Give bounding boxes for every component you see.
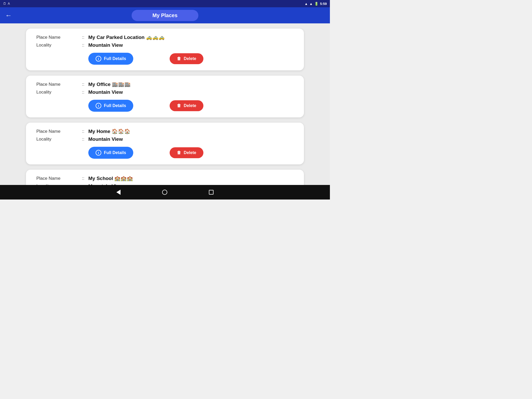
place-name-value: My School 🏫🏫🏫 bbox=[88, 175, 133, 181]
place-name-value: My Car Parked Location 🚕🚕🚕 bbox=[88, 34, 165, 40]
back-button[interactable]: ← bbox=[5, 12, 12, 19]
full-details-button-2[interactable]: i Full Details bbox=[88, 100, 133, 112]
back-nav-icon bbox=[116, 190, 121, 195]
card-actions-2: i Full Details 🗑 Delete bbox=[36, 100, 294, 112]
full-details-button-1[interactable]: i Full Details bbox=[88, 53, 133, 65]
place-name-row: Place Name :: My Home 🏠🏠🏠 bbox=[36, 128, 294, 134]
bottom-nav-bar bbox=[0, 185, 330, 200]
page-title: My Places bbox=[132, 10, 198, 21]
status-bar-left: 🗒 A bbox=[3, 2, 10, 5]
title-container: My Places bbox=[132, 10, 198, 21]
place-name-label: Place Name bbox=[36, 35, 78, 40]
locality-row: Locality :: Mountain View bbox=[36, 89, 294, 95]
time-display: 5:59 bbox=[320, 2, 327, 6]
card-actions-3: i Full Details 🗑 Delete bbox=[36, 147, 294, 159]
recent-nav-button[interactable] bbox=[209, 190, 214, 195]
app-icon: A bbox=[8, 2, 10, 5]
place-name-row: Place Name :: My School 🏫🏫🏫 bbox=[36, 175, 294, 181]
wifi-icon: ▲ bbox=[304, 2, 308, 6]
place-card-2: Place Name :: My Office 🏬🏬🏬 Locality :: … bbox=[26, 76, 304, 117]
locality-sep: :: bbox=[78, 137, 88, 142]
delete-label-3: Delete bbox=[184, 150, 196, 155]
battery-icon: 🔋 bbox=[314, 2, 318, 6]
place-info-4: Place Name :: My School 🏫🏫🏫 Locality :: … bbox=[36, 175, 294, 185]
locality-sep: :: bbox=[78, 43, 88, 48]
full-details-label-2: Full Details bbox=[104, 103, 126, 108]
info-icon-2: i bbox=[96, 103, 101, 109]
locality-label: Locality bbox=[36, 137, 78, 142]
main-content: Place Name :: My Car Parked Location 🚕🚕🚕… bbox=[0, 23, 330, 185]
place-info-2: Place Name :: My Office 🏬🏬🏬 Locality :: … bbox=[36, 81, 294, 95]
recent-nav-icon bbox=[209, 190, 214, 195]
status-bar: 🗒 A ▲ ▲ 🔋 5:59 bbox=[0, 0, 330, 7]
card-actions-1: i Full Details 🗑 Delete bbox=[36, 53, 294, 65]
place-name-label: Place Name bbox=[36, 176, 78, 181]
signal-icon: ▲ bbox=[309, 2, 313, 6]
place-name-label: Place Name bbox=[36, 129, 78, 134]
locality-value: Mountain View bbox=[88, 42, 123, 48]
place-name-sep: :: bbox=[78, 176, 88, 181]
notification-icon: 🗒 bbox=[3, 2, 6, 5]
place-name-sep: :: bbox=[78, 35, 88, 40]
locality-row: Locality :: Mountain View bbox=[36, 136, 294, 142]
locality-label: Locality bbox=[36, 43, 78, 48]
place-name-sep: :: bbox=[78, 129, 88, 134]
delete-label-1: Delete bbox=[184, 56, 196, 61]
locality-value: Mountain View bbox=[88, 89, 123, 95]
place-name-value: My Office 🏬🏬🏬 bbox=[88, 81, 131, 87]
place-info-1: Place Name :: My Car Parked Location 🚕🚕🚕… bbox=[36, 34, 294, 48]
delete-button-2[interactable]: 🗑 Delete bbox=[170, 100, 203, 111]
delete-label-2: Delete bbox=[184, 103, 196, 108]
info-icon-3: i bbox=[96, 150, 101, 156]
locality-row: Locality :: Mountain View bbox=[36, 42, 294, 48]
delete-button-3[interactable]: 🗑 Delete bbox=[170, 147, 203, 158]
trash-icon-2: 🗑 bbox=[177, 103, 181, 108]
place-name-row: Place Name :: My Car Parked Location 🚕🚕🚕 bbox=[36, 34, 294, 40]
trash-icon-3: 🗑 bbox=[177, 150, 181, 155]
locality-value: Mountain View bbox=[88, 136, 123, 142]
place-name-value: My Home 🏠🏠🏠 bbox=[88, 128, 130, 134]
place-card-4: Place Name :: My School 🏫🏫🏫 Locality :: … bbox=[26, 170, 304, 185]
full-details-button-3[interactable]: i Full Details bbox=[88, 147, 133, 159]
place-info-3: Place Name :: My Home 🏠🏠🏠 Locality :: Mo… bbox=[36, 128, 294, 142]
full-details-label-1: Full Details bbox=[104, 56, 126, 61]
status-bar-right: ▲ ▲ 🔋 5:59 bbox=[304, 2, 327, 6]
info-icon-1: i bbox=[96, 56, 101, 62]
top-bar: ← My Places bbox=[0, 7, 330, 23]
delete-button-1[interactable]: 🗑 Delete bbox=[170, 53, 203, 64]
place-card-1: Place Name :: My Car Parked Location 🚕🚕🚕… bbox=[26, 29, 304, 70]
home-nav-icon bbox=[162, 190, 167, 195]
trash-icon-1: 🗑 bbox=[177, 56, 181, 61]
place-name-row: Place Name :: My Office 🏬🏬🏬 bbox=[36, 81, 294, 87]
locality-sep: :: bbox=[78, 90, 88, 95]
full-details-label-3: Full Details bbox=[104, 150, 126, 155]
place-card-3: Place Name :: My Home 🏠🏠🏠 Locality :: Mo… bbox=[26, 123, 304, 164]
back-nav-button[interactable] bbox=[116, 190, 121, 195]
locality-label: Locality bbox=[36, 90, 78, 95]
place-name-sep: :: bbox=[78, 82, 88, 87]
home-nav-button[interactable] bbox=[162, 190, 167, 195]
place-name-label: Place Name bbox=[36, 82, 78, 87]
